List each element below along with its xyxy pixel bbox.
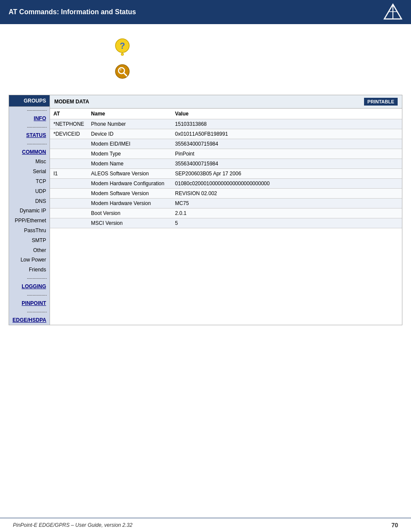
sidebar-item-dynamicip[interactable]: Dynamic IP [9,206,50,216]
cell-value: 355634000715984 [171,159,402,169]
sidebar-item-status[interactable]: STATUS [9,131,50,140]
modem-data-table: AT Name Value *NETPHONEPhone Number15103… [50,109,402,228]
sidebar-item-smtp[interactable]: SMTP [9,236,50,246]
cell-value: MC75 [171,199,402,208]
icons-area: ? [112,37,411,82]
svg-point-9 [120,69,121,71]
page-footer: PinPoint-E EDGE/GPRS – User Guide, versi… [0,518,411,532]
col-header-value: Value [171,109,402,119]
sidebar-item-passthru[interactable]: PassThru [9,226,50,236]
sidebar-item-pinpoint[interactable]: PINPOINT [9,299,50,308]
printable-button[interactable]: PRINTABLE [364,98,398,106]
cell-name: Modem Software Version [87,189,171,199]
cell-name: ALEOS Software Version [87,169,171,179]
cell-at [50,189,87,199]
table-row: MSCI Version5 [50,218,402,228]
cell-name: MSCI Version [87,218,171,228]
cell-at: *DEVICEID [50,129,87,139]
table-row: *NETPHONEPhone Number15103313868 [50,119,402,129]
table-row: Modem EID/IMEI355634000715984 [50,139,402,149]
separator-5: -------------- [9,292,50,299]
cell-at [50,199,87,208]
sidebar-header: GROUPS [9,95,50,107]
cell-value: REVISION 02.002 [171,189,402,199]
cell-value: SEP200603B05 Apr 17 2006 [171,169,402,179]
footer-text: PinPoint-E EDGE/GPRS – User Guide, versi… [13,522,132,528]
separator-4: -------------- [9,275,50,282]
cell-name: Phone Number [87,119,171,129]
company-logo [383,3,402,21]
cell-at [50,208,87,218]
page-title: AT Commands: Information and Status [9,8,136,16]
table-row: Modem Hardware VersionMC75 [50,199,402,208]
cell-value: 0x01011A50FB198991 [171,129,402,139]
sidebar-item-tcp[interactable]: TCP [9,177,50,187]
cell-at: *NETPHONE [50,119,87,129]
sidebar-item-lowpower[interactable]: Low Power [9,255,50,265]
cell-at [50,139,87,149]
sidebar-item-friends[interactable]: Friends [9,265,50,275]
cell-value: 5 [171,218,402,228]
main-content-area: GROUPS -------------- INFO -------------… [9,95,402,325]
separator-6: -------------- [9,308,50,315]
sidebar-item-udp[interactable]: UDP [9,187,50,196]
sidebar-item-serial[interactable]: Serial [9,167,50,177]
col-header-name: Name [87,109,171,119]
cell-at: I1 [50,169,87,179]
page-header: AT Commands: Information and Status [0,0,411,24]
cell-at [50,159,87,169]
sidebar-item-other[interactable]: Other [9,246,50,255]
sidebar-item-edgehsdpa[interactable]: EDGE/HSDPA [9,315,50,325]
tool-icon [112,61,133,82]
cell-value: 355634000715984 [171,139,402,149]
question-icon: ? [112,37,133,58]
cell-name: Modem Type [87,149,171,159]
cell-name: Device ID [87,129,171,139]
sidebar-item-pppethernet[interactable]: PPP/Ethernet [9,216,50,226]
separator-2: -------------- [9,124,50,131]
table-row: *DEVICEIDDevice ID0x01011A50FB198991 [50,129,402,139]
svg-point-6 [115,65,129,78]
separator-3: -------------- [9,140,50,147]
sidebar-item-misc[interactable]: Misc [9,157,50,167]
sidebar-item-info[interactable]: INFO [9,114,50,124]
modem-data-title: MODEM DATA [54,99,89,105]
table-row: Modem Hardware Configuration01080c020001… [50,179,402,189]
table-row: I1ALEOS Software VersionSEP200603B05 Apr… [50,169,402,179]
cell-value: 15103313868 [171,119,402,129]
sidebar-item-dns[interactable]: DNS [9,196,50,206]
cell-name: Modem Hardware Configuration [87,179,171,189]
cell-at [50,179,87,189]
cell-at [50,149,87,159]
table-header-row: AT Name Value [50,109,402,119]
sidebar-item-common[interactable]: COMMON [9,147,50,157]
modem-data-header: MODEM DATA PRINTABLE [50,95,402,109]
modem-data-panel: MODEM DATA PRINTABLE AT Name Value *NETP… [50,95,402,325]
svg-point-5 [121,53,124,56]
cell-name: Boot Version [87,208,171,218]
cell-value: PinPoint [171,149,402,159]
separator-1: -------------- [9,107,50,114]
table-row: Modem Software VersionREVISION 02.002 [50,189,402,199]
table-row: Modem Name355634000715984 [50,159,402,169]
cell-at [50,218,87,228]
cell-name: Modem Hardware Version [87,199,171,208]
col-header-at: AT [50,109,87,119]
table-row: Boot Version2.0.1 [50,208,402,218]
sidebar-item-logging[interactable]: LOGGING [9,282,50,292]
footer-page-number: 70 [391,522,398,529]
cell-value: 01080c020001000000000000000000000 [171,179,402,189]
table-row: Modem TypePinPoint [50,149,402,159]
cell-value: 2.0.1 [171,208,402,218]
groups-sidebar: GROUPS -------------- INFO -------------… [9,95,50,325]
cell-name: Modem Name [87,159,171,169]
cell-name: Modem EID/IMEI [87,139,171,149]
svg-text:?: ? [120,41,125,50]
